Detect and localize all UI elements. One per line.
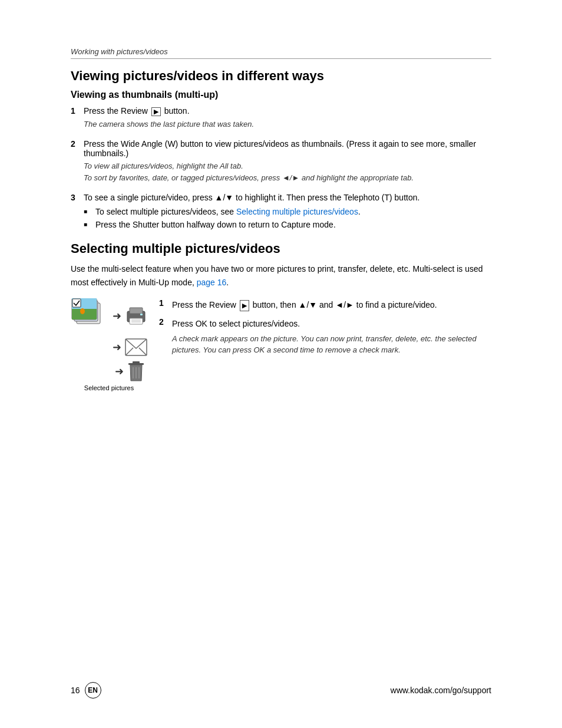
svg-point-5 [80,308,85,314]
step-2-content: Press the Wide Angle (W) button to view … [84,139,491,188]
section-divider [71,58,491,59]
svg-rect-9 [130,318,143,324]
select-step-2: 2 Press OK to select pictures/videos. A … [159,317,491,360]
step-1-note: The camera shows the last picture that w… [84,118,491,130]
arrow-icon-1: ➜ [113,309,121,322]
page16-link[interactable]: page 16 [197,278,227,287]
bullet-2-text: Press the Shutter button halfway down to… [95,220,336,229]
bullet-list: To select multiple pictures/videos, see … [84,207,491,229]
icons-group: ➜ ➜ [71,298,147,382]
arrow-icon-2: ➜ [113,341,121,354]
footer-left: 16 EN [71,682,101,699]
section2-intro: Use the multi-select feature when you ha… [71,262,491,289]
selecting-link[interactable]: Selecting multiple pictures/videos [236,207,358,216]
bullet-item-1: To select multiple pictures/videos, see … [84,207,491,216]
review-button-icon: ▶ [151,107,161,116]
language-badge: EN [85,682,101,699]
section1-title: Viewing pictures/videos in different way… [71,68,491,84]
select-step-1: 1 Press the Review ▶ button, then ▲/▼ an… [159,298,491,311]
arrow-icon-3: ➜ [115,365,124,378]
step-2-number: 2 [71,139,79,149]
subsection-title: Viewing as thumbnails (multi-up) [71,90,491,100]
page-number: 16 [71,686,80,695]
select-step-1-content: Press the Review ▶ button, then ▲/▼ and … [172,298,491,311]
footer-website: www.kodak.com/go/support [391,686,491,695]
step-3-content: To see a single picture/video, press ▲/▼… [84,193,491,202]
icon-row-3: ➜ [73,361,145,382]
select-step-2-number: 2 [159,317,167,327]
step-2-text: Press the Wide Angle (W) button to view … [84,139,476,158]
bullet-item-2: Press the Shutter button halfway down to… [84,220,491,229]
icon-row-1: ➜ [71,298,147,334]
svg-rect-17 [133,361,140,364]
section2-title: Selecting multiple pictures/videos [71,241,491,256]
step-1: 1 Press the Review ▶ button. The camera … [71,106,491,134]
steps-area: 1 Press the Review ▶ button, then ▲/▼ an… [159,298,491,367]
printer-icon [125,305,147,327]
trash-icon [127,361,145,382]
photo-stack-icon [71,298,109,334]
step-3: 3 To see a single picture/video, press ▲… [71,193,491,202]
badge-label: EN [88,686,98,694]
section-selecting: Selecting multiple pictures/videos Use t… [71,241,491,391]
selected-pictures-label: Selected pictures [84,384,134,391]
envelope-icon [125,338,147,356]
step-1-text: Press the Review ▶ button. [84,106,190,116]
footer: 16 EN www.kodak.com/go/support [71,682,491,699]
review-btn-icon2: ▶ [240,300,249,312]
section-viewing: Viewing pictures/videos in different way… [71,68,491,229]
illustration-area: ➜ ➜ [71,298,147,391]
step-1-number: 1 [71,106,79,116]
step-3-number: 3 [71,193,79,202]
icon-row-2: ➜ [71,338,147,356]
select-step-1-number: 1 [159,298,167,308]
select-step-2-note: A check mark appears on the picture. You… [172,333,491,356]
multi-select-area: ➜ ➜ [71,298,491,391]
svg-rect-10 [140,314,143,315]
section-label: Working with pictures/videos [71,47,491,56]
page-container: Working with pictures/videos Viewing pic… [0,0,562,728]
step-2: 2 Press the Wide Angle (W) button to vie… [71,139,491,188]
step-1-content: Press the Review ▶ button. The camera sh… [84,106,491,134]
select-step-2-content: Press OK to select pictures/videos. A ch… [172,317,491,360]
step-3-text: To see a single picture/video, press ▲/▼… [84,193,419,202]
svg-rect-8 [130,308,143,314]
step-2-note1: To view all pictures/videos, highlight t… [84,160,491,183]
bullet-1-text: To select multiple pictures/videos, see … [95,207,361,216]
